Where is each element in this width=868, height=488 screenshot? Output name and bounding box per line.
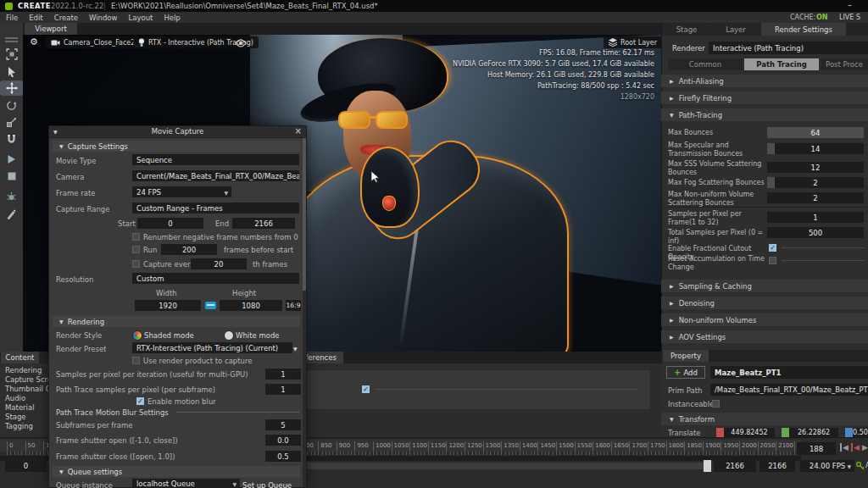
queue-settings-header[interactable]: ▼Queue settings [53, 466, 300, 477]
visibility-eye-icon[interactable] [235, 36, 248, 48]
dialog-scrollbar[interactable] [303, 138, 306, 487]
list-item[interactable]: Material [0, 403, 48, 413]
section-firefly-filtering[interactable]: ▶Firefly Filtering [661, 92, 868, 104]
white-mode-icon[interactable] [224, 330, 234, 341]
root-layer-button[interactable]: Root Layer [604, 36, 661, 48]
add-property-button[interactable]: + Add [666, 366, 705, 379]
run-frames-field[interactable]: 200 [161, 244, 217, 255]
list-item[interactable]: Non-uniform Volumes [661, 313, 868, 326]
list-item[interactable]: Thumbnail Gene [0, 385, 48, 394]
play-button[interactable] [0, 152, 23, 167]
prim-name-field[interactable]: Maze_Beatz_PT1 [710, 366, 868, 379]
start-field[interactable]: 0 [137, 218, 203, 229]
section-path-tracing[interactable]: ▼Path-Tracing [661, 108, 868, 121]
list-item[interactable]: Sampling & Caching [661, 280, 868, 292]
renumber-checkbox[interactable] [132, 233, 140, 241]
aspect-ratio-field[interactable]: 16:9 [286, 300, 301, 311]
frame-selection-tool-button[interactable] [0, 47, 23, 62]
content-items[interactable]: RenderingCapture ScreensThumbnail GeneAu… [0, 366, 48, 431]
auto-key-icon[interactable] [856, 462, 865, 470]
stop-button[interactable] [0, 169, 23, 184]
list-item[interactable]: Edit [29, 14, 42, 22]
translate-y-field[interactable]: 26.22862 [789, 428, 838, 437]
tab-assets[interactable]: A [41, 352, 48, 363]
paint-tool-button[interactable] [0, 206, 23, 221]
reset-accumulation-checkbox[interactable] [769, 257, 776, 264]
subframes-field[interactable]: 5 [265, 419, 301, 430]
end-total-field[interactable]: 2166 [760, 460, 795, 472]
chevron-down-icon[interactable]: ▼ [293, 346, 298, 352]
step-back-button[interactable]: ◀ [840, 443, 849, 452]
dialog-title-bar[interactable]: ▼ Movie Capture × [49, 126, 306, 138]
list-item[interactable]: Capture Screens [0, 375, 48, 385]
pt-row-field[interactable]: 14 [767, 143, 864, 154]
range-end-field[interactable]: 2166 [714, 460, 756, 472]
run-checkbox[interactable] [132, 246, 140, 253]
pt-row-field[interactable]: 1 [767, 212, 864, 223]
capture-every-checkbox[interactable] [132, 260, 140, 268]
capture-range-combo[interactable]: Custom Range - Frames [132, 202, 299, 214]
snap-tool-button[interactable] [0, 131, 23, 147]
tab-layer[interactable]: Layer [712, 23, 760, 36]
subtab-post-process[interactable]: Post Proce [821, 58, 868, 70]
move-tool-button[interactable] [0, 80, 23, 96]
subtab-common[interactable]: Common [668, 58, 743, 70]
list-item[interactable]: Create [54, 14, 78, 22]
section-anti-aliasing[interactable]: ▶Anti-Aliasing [661, 75, 868, 87]
list-item[interactable]: Rendering [0, 366, 48, 375]
spp-iteration-field[interactable]: 1 [265, 369, 301, 380]
pt-row-field[interactable]: 2 [767, 177, 864, 188]
shaded-mode-label[interactable]: Shaded mode [144, 331, 194, 340]
render-preset-combo[interactable]: RTX-Interactive (Path Tracing) (Current) [132, 342, 292, 353]
tab-stage[interactable]: Stage [663, 23, 710, 36]
list-item[interactable]: Stage [0, 413, 48, 422]
tab-property[interactable]: Property [663, 350, 709, 362]
live-sync-label[interactable]: LIVE S [839, 14, 860, 21]
preferences-checkbox[interactable] [362, 385, 370, 393]
list-item[interactable]: Layout [128, 14, 153, 22]
use-render-product-checkbox[interactable] [132, 357, 140, 364]
play-forward-button[interactable]: ▶ [862, 443, 868, 452]
movie-type-combo[interactable]: Sequence [132, 154, 299, 165]
list-item[interactable]: AOV Settings [661, 330, 868, 343]
translate-x-field[interactable]: 449.82452 [724, 428, 775, 437]
shutter-close-field[interactable]: 0.5 [265, 451, 301, 462]
pt-row-field[interactable]: 2 [767, 192, 864, 203]
width-field[interactable]: 1920 [135, 300, 201, 311]
translate-z-field[interactable]: 0.50 [853, 428, 868, 437]
motion-blur-checkbox[interactable] [136, 397, 144, 405]
physics-tool-button[interactable] [0, 189, 23, 204]
select-tool-button[interactable] [0, 64, 23, 79]
range-slider-handle[interactable] [704, 460, 711, 472]
rendering-header[interactable]: ▼Rendering [53, 316, 300, 327]
pt-row-field[interactable]: 64 [767, 127, 864, 138]
list-item[interactable]: File [6, 14, 18, 22]
frame-rate-combo[interactable]: 24 FPS▼ [132, 186, 231, 197]
pt-row-field[interactable]: 12 [767, 162, 864, 173]
viewport-settings-gear-icon[interactable]: ⚙ [30, 36, 38, 47]
fps-combo[interactable]: 24.00 FPS ▼ [800, 460, 854, 472]
list-item[interactable]: Audio [0, 394, 48, 403]
dialog-close-icon[interactable]: × [295, 126, 302, 136]
pt-row-field[interactable]: 500 [767, 227, 864, 238]
tab-render-settings[interactable]: Render Settings [761, 23, 846, 36]
instanceable-checkbox[interactable] [712, 400, 720, 408]
capture-settings-header[interactable]: ▼Capture Settings [53, 141, 300, 152]
current-frame-field[interactable]: 188 [797, 442, 836, 455]
subtab-path-tracing[interactable]: Path Tracing [744, 58, 819, 70]
shaded-mode-icon[interactable] [132, 330, 142, 341]
setup-queue-button[interactable]: Set up Queue [242, 481, 292, 488]
end-field[interactable]: 2166 [232, 218, 295, 229]
scale-tool-button[interactable] [0, 114, 23, 130]
section-transform[interactable]: ▼Transform [661, 413, 868, 425]
white-mode-label[interactable]: White mode [236, 331, 280, 340]
renderer-combo[interactable]: Interactive (Path Tracing) [709, 42, 868, 54]
shutter-open-field[interactable]: 0.0 [265, 435, 301, 446]
rotate-tool-button[interactable] [0, 97, 23, 113]
capture-camera-field[interactable]: Current(/Maze_Beats_Final_RTX_00/Maze_Be… [132, 170, 299, 181]
resolution-combo[interactable]: Custom [132, 273, 299, 284]
fractional-cutout-checkbox[interactable] [769, 244, 776, 252]
tab-viewport[interactable]: Viewport [25, 23, 77, 35]
list-item[interactable]: Tagging [0, 422, 48, 431]
height-field[interactable]: 1080 [220, 300, 282, 311]
